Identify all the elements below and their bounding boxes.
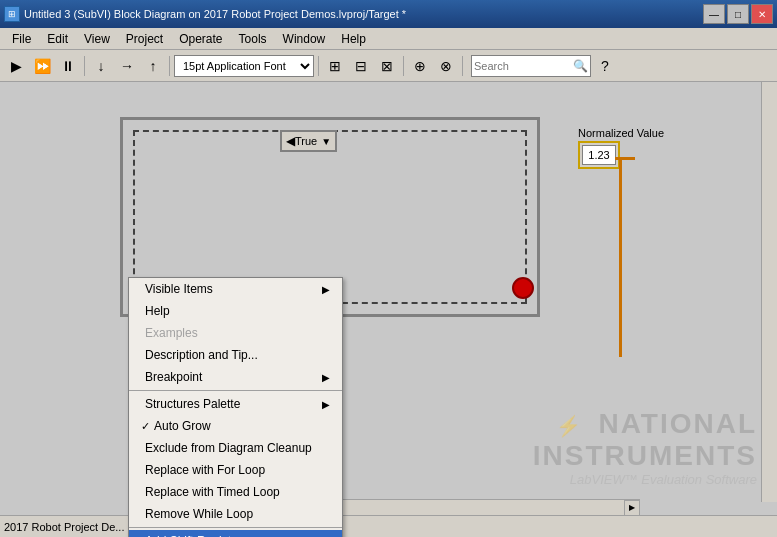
menu-item-label: Examples <box>145 326 198 340</box>
menu-item-visible-items[interactable]: Visible Items▶ <box>129 278 342 300</box>
menu-item-label: Replace with For Loop <box>145 463 265 477</box>
menu-operate[interactable]: Operate <box>171 30 230 48</box>
ni-watermark: ⚡ NATIONAL INSTRUMENTS LabVIEW™ Evaluati… <box>533 408 757 487</box>
condition-selector[interactable]: ◀ True ▼ <box>280 130 337 152</box>
minimize-button[interactable]: — <box>703 4 725 24</box>
toolbar-step-over[interactable]: → <box>115 54 139 78</box>
close-button[interactable]: ✕ <box>751 4 773 24</box>
maximize-button[interactable]: □ <box>727 4 749 24</box>
menu-bar: File Edit View Project Operate Tools Win… <box>0 28 777 50</box>
menu-edit[interactable]: Edit <box>39 30 76 48</box>
menu-item-remove-while-loop[interactable]: Remove While Loop <box>129 503 342 525</box>
toolbar-pause[interactable]: ⏸ <box>56 54 80 78</box>
menu-item-label: Help <box>145 304 170 318</box>
block-diagram-canvas[interactable]: ◀ True ▼ Normalized Value 1.23 ⚡ NATIONA… <box>0 82 777 537</box>
toolbar: ▶ ⏩ ⏸ ↓ → ↑ 15pt Application Font ⊞ ⊟ ⊠ … <box>0 50 777 82</box>
menu-separator <box>129 527 342 528</box>
ni-logo-line1: ⚡ NATIONAL <box>533 408 757 440</box>
menu-item-label: Structures Palette <box>145 397 240 411</box>
toolbar-help[interactable]: ? <box>593 54 617 78</box>
toolbar-misc1[interactable]: ⊕ <box>408 54 432 78</box>
menu-view[interactable]: View <box>76 30 118 48</box>
menu-tools[interactable]: Tools <box>231 30 275 48</box>
wire-horizontal <box>615 157 635 160</box>
toolbar-align[interactable]: ⊞ <box>323 54 347 78</box>
search-input[interactable] <box>474 60 573 72</box>
app-icon: ⊞ <box>4 6 20 22</box>
toolbar-resize[interactable]: ⊠ <box>375 54 399 78</box>
ni-logo-line2: INSTRUMENTS <box>533 440 757 472</box>
window-controls: — □ ✕ <box>703 4 773 24</box>
true-label: True <box>295 135 317 147</box>
numeric-value: 1.23 <box>582 145 616 165</box>
search-container: 🔍 <box>471 55 591 77</box>
menu-item-help[interactable]: Help <box>129 300 342 322</box>
menu-separator <box>129 390 342 391</box>
normalized-value-label: Normalized Value <box>578 127 664 139</box>
ni-eval-text: LabVIEW™ Evaluation Software <box>533 472 757 487</box>
dropdown-arrow-icon: ▼ <box>321 136 331 147</box>
menu-item-exclude-cleanup[interactable]: Exclude from Diagram Cleanup <box>129 437 342 459</box>
wire-vertical <box>619 157 622 357</box>
submenu-arrow-icon: ▶ <box>322 372 330 383</box>
main-canvas: ◀ True ▼ Normalized Value 1.23 ⚡ NATIONA… <box>0 82 777 537</box>
status-text: 2017 Robot Project De... <box>4 521 773 533</box>
toolbar-misc2[interactable]: ⊗ <box>434 54 458 78</box>
menu-file[interactable]: File <box>4 30 39 48</box>
checkmark-icon: ✓ <box>141 420 150 433</box>
title-bar: ⊞ Untitled 3 (SubVI) Block Diagram on 20… <box>0 0 777 28</box>
menu-item-label: Auto Grow <box>154 419 211 433</box>
submenu-arrow-icon: ▶ <box>322 399 330 410</box>
menu-item-replace-timed-loop[interactable]: Replace with Timed Loop <box>129 481 342 503</box>
search-icon[interactable]: 🔍 <box>573 59 588 73</box>
toolbar-run[interactable]: ▶ <box>4 54 28 78</box>
context-menu: Visible Items▶ Help Examples Description… <box>128 277 343 537</box>
stop-button[interactable] <box>512 277 534 299</box>
menu-project[interactable]: Project <box>118 30 171 48</box>
toolbar-step-out[interactable]: ↑ <box>141 54 165 78</box>
toolbar-distribute[interactable]: ⊟ <box>349 54 373 78</box>
toolbar-sep5 <box>462 56 463 76</box>
menu-item-add-shift-register[interactable]: Add Shift Register <box>129 530 342 537</box>
menu-item-label: Description and Tip... <box>145 348 258 362</box>
menu-item-breakpoint[interactable]: Breakpoint▶ <box>129 366 342 388</box>
menu-item-description[interactable]: Description and Tip... <box>129 344 342 366</box>
font-selector[interactable]: 15pt Application Font <box>174 55 314 77</box>
toolbar-step-into[interactable]: ↓ <box>89 54 113 78</box>
menu-item-label: Replace with Timed Loop <box>145 485 280 499</box>
menu-item-examples: Examples <box>129 322 342 344</box>
vertical-scrollbar[interactable] <box>761 82 777 502</box>
toolbar-sep1 <box>84 56 85 76</box>
menu-item-replace-for-loop[interactable]: Replace with For Loop <box>129 459 342 481</box>
toolbar-sep3 <box>318 56 319 76</box>
menu-item-label: Breakpoint <box>145 370 202 384</box>
menu-item-structures-palette[interactable]: Structures Palette▶ <box>129 393 342 415</box>
toolbar-sep2 <box>169 56 170 76</box>
status-bar: 2017 Robot Project De... <box>0 515 777 537</box>
numeric-display: 1.23 <box>578 141 620 169</box>
toolbar-run-cont[interactable]: ⏩ <box>30 54 54 78</box>
menu-item-auto-grow[interactable]: ✓Auto Grow <box>129 415 342 437</box>
toolbar-sep4 <box>403 56 404 76</box>
menu-window[interactable]: Window <box>275 30 334 48</box>
submenu-arrow-icon: ▶ <box>322 284 330 295</box>
menu-item-label: Remove While Loop <box>145 507 253 521</box>
menu-help[interactable]: Help <box>333 30 374 48</box>
menu-item-label: Exclude from Diagram Cleanup <box>145 441 312 455</box>
scroll-right-arrow[interactable]: ▶ <box>624 500 640 516</box>
menu-item-label: Visible Items <box>145 282 213 296</box>
window-title: Untitled 3 (SubVI) Block Diagram on 2017… <box>24 8 703 20</box>
